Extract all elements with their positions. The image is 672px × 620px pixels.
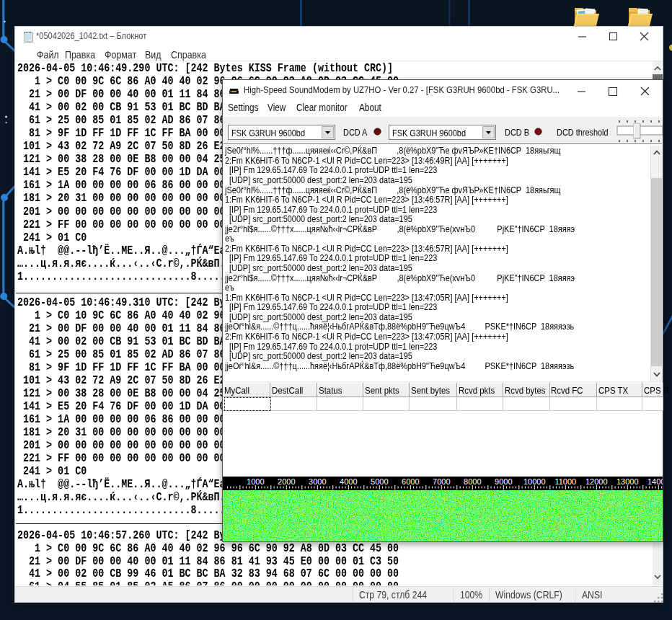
svg-text:13000: 13000: [616, 477, 639, 485]
svg-text:11000: 11000: [554, 477, 576, 485]
svg-text:2000: 2000: [278, 477, 295, 485]
svg-text:6000: 6000: [402, 477, 419, 485]
svg-text:8000: 8000: [464, 477, 481, 485]
svg-text:5000: 5000: [371, 477, 388, 485]
svg-text:12000: 12000: [585, 477, 608, 485]
svg-text:4000: 4000: [340, 477, 357, 485]
svg-text:10000: 10000: [523, 477, 546, 485]
svg-text:3000: 3000: [309, 477, 326, 485]
svg-text:14000: 14000: [647, 477, 663, 485]
svg-text:9000: 9000: [495, 477, 512, 485]
svg-text:1000: 1000: [247, 477, 264, 485]
svg-text:7000: 7000: [433, 477, 450, 485]
